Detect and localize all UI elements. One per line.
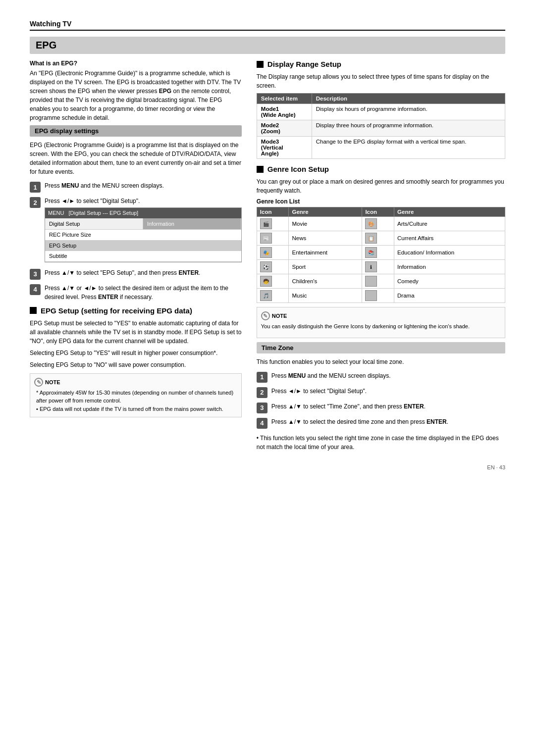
tz-step-4-content: Press ▲/▼ to select the desired time zon… <box>271 417 505 426</box>
menu-bar: MENU [Digital Setup --- EPG Setup] <box>45 208 241 218</box>
display-range-table: Selected item Description Mode1(Wide Ang… <box>257 93 505 159</box>
arts-icon: 🎨 <box>365 218 377 229</box>
genre-icon-list-heading: Genre Icon List <box>257 198 505 205</box>
genre-label-drama: Drama <box>394 289 505 303</box>
what-is-epg-body: An "EPG (Electronic Programme Guide)" is… <box>30 69 242 122</box>
step-4-number: 4 <box>30 284 41 295</box>
current-affairs-icon: 📋 <box>365 233 377 244</box>
genre-note-icon: ✎ <box>261 311 270 320</box>
table-row-mode2: Mode2(Zoom) Display three hours of progr… <box>257 120 505 137</box>
table-row-mode3: Mode3(VerticalAngle) Change to the EPG d… <box>257 137 505 159</box>
tz-step-1-number: 1 <box>257 372 268 383</box>
genre-icon-music: 🎵 <box>257 289 289 303</box>
genre-th-genre2: Genre <box>394 207 505 217</box>
genre-icon-comedy <box>362 274 394 289</box>
info-icon: ℹ <box>365 261 377 272</box>
genre-label-children: Children's <box>289 274 362 289</box>
epg-display-settings-body: EPG (Electronic Programme Guide) is a pr… <box>30 141 242 176</box>
display-range-body: The Display range setup allows you to se… <box>257 72 505 90</box>
epg-steps: 1 Press MENU and the MENU screen display… <box>30 181 242 302</box>
table-header-description: Description <box>312 94 505 104</box>
menu-screenshot: MENU [Digital Setup --- EPG Setup] Digit… <box>45 207 242 262</box>
table-cell-mode2-desc: Display three hours of programme informa… <box>312 120 505 137</box>
epg-setup-body1: EPG Setup must be selected to "YES" to e… <box>30 319 242 346</box>
genre-icon-movie: 🎬 <box>257 217 289 231</box>
drama-icon <box>365 290 377 301</box>
genre-icon-square-icon <box>257 166 264 173</box>
genre-note-label: NOTE <box>272 313 287 319</box>
note-icon: ✎ <box>34 378 43 387</box>
menu-item-rec: REC Picture Size <box>45 230 241 241</box>
genre-row-4: ⚽ Sport ℹ Information <box>257 260 505 274</box>
genre-label-current: Current Affairs <box>394 231 505 246</box>
epg-title-bar: EPG <box>30 37 505 54</box>
tz-step-2-content: Press ◄/► to select "Digital Setup". <box>271 387 505 396</box>
genre-icon-education: 📚 <box>362 246 394 260</box>
genre-icon-news: 📰 <box>257 231 289 246</box>
display-range-heading: Display Range Setup <box>257 60 505 68</box>
news-icon: 📰 <box>260 233 272 244</box>
genre-label-comedy: Comedy <box>394 274 505 289</box>
epg-setup-square-icon <box>30 307 37 314</box>
genre-icon-info: ℹ <box>362 260 394 274</box>
menu-item-subtitle: Subtitle <box>45 251 241 262</box>
table-cell-mode1-desc: Display six hours of programme informati… <box>312 104 505 120</box>
tz-step-2: 2 Press ◄/► to select "Digital Setup". <box>257 387 505 398</box>
genre-label-sport: Sport <box>289 260 362 274</box>
step-2: 2 Press ◄/► to select "Digital Setup". M… <box>30 197 242 264</box>
time-zone-bar: Time Zone <box>257 342 505 353</box>
step-4: 4 Press ▲/▼ or ◄/► to select the desired… <box>30 284 242 302</box>
note-label: NOTE <box>45 379 60 385</box>
note-list: * Approximately 45W for 15-30 minutes (d… <box>34 389 237 413</box>
step-3-content: Press ▲/▼ to select "EPG Setup", and the… <box>45 268 242 277</box>
genre-icon-entertainment: 🎭 <box>257 246 289 260</box>
genre-row-2: 📰 News 📋 Current Affairs <box>257 231 505 246</box>
step-1-content: Press MENU and the MENU screen displays. <box>45 181 242 190</box>
genre-icon-children: 🧒 <box>257 274 289 289</box>
genre-th-genre1: Genre <box>289 207 362 217</box>
genre-th-icon1: Icon <box>257 207 289 217</box>
sport-icon: ⚽ <box>260 261 272 272</box>
genre-icon-body: You can grey out or place a mark on desi… <box>257 177 505 195</box>
page-number: EN · 43 <box>30 464 505 470</box>
note-title: ✎ NOTE <box>34 378 237 387</box>
display-range-heading-text: Display Range Setup <box>268 60 341 68</box>
genre-label-arts: Arts/Culture <box>394 217 505 231</box>
tz-step-3: 3 Press ▲/▼ to select "Time Zone", and t… <box>257 402 505 413</box>
left-column: What is an EPG? An "EPG (Electronic Prog… <box>30 60 242 454</box>
epg-setup-heading: EPG Setup (setting for receiving EPG dat… <box>30 306 242 315</box>
menu-item-epg: EPG Setup <box>45 241 241 252</box>
genre-icon-table: Icon Genre Icon Genre 🎬 Movie 🎨 Arts/Cul… <box>257 207 505 303</box>
tz-step-1: 1 Press MENU and the MENU screen display… <box>257 371 505 383</box>
entertainment-icon: 🎭 <box>260 247 272 258</box>
genre-icon-current: 📋 <box>362 231 394 246</box>
menu-row-1: Digital Setup Information <box>45 218 241 230</box>
epg-setup-body3: Selecting EPG Setup to "NO" will save po… <box>30 360 242 369</box>
music-icon: 🎵 <box>260 290 272 301</box>
step-2-content: Press ◄/► to select "Digital Setup". MEN… <box>45 197 242 264</box>
step-1: 1 Press MENU and the MENU screen display… <box>30 181 242 193</box>
genre-row-3: 🎭 Entertainment 📚 Education/ Information <box>257 246 505 260</box>
step-4-content: Press ▲/▼ or ◄/► to select the desired i… <box>45 284 242 302</box>
genre-note-text: You can easily distinguish the Genre Ico… <box>261 322 501 331</box>
main-content: What is an EPG? An "EPG (Electronic Prog… <box>30 60 505 454</box>
genre-icon-arts: 🎨 <box>362 217 394 231</box>
genre-label-music: Music <box>289 289 362 303</box>
table-cell-mode3: Mode3(VerticalAngle) <box>257 137 312 159</box>
step-3-number: 3 <box>30 269 41 280</box>
table-cell-mode1: Mode1(Wide Angle) <box>257 104 312 120</box>
display-range-square-icon <box>257 61 264 68</box>
menu-cell-digital-setup: Digital Setup <box>45 218 143 230</box>
genre-icon-sport: ⚽ <box>257 260 289 274</box>
tz-step-4-number: 4 <box>257 418 268 429</box>
table-cell-mode2: Mode2(Zoom) <box>257 120 312 137</box>
children-icon: 🧒 <box>260 276 272 287</box>
table-cell-mode3-desc: Change to the EPG display format with a … <box>312 137 505 159</box>
time-zone-steps: 1 Press MENU and the MENU screen display… <box>257 371 505 429</box>
genre-icon-drama <box>362 289 394 303</box>
genre-label-info: Information <box>394 260 505 274</box>
movie-icon: 🎬 <box>260 218 272 229</box>
tz-step-1-content: Press MENU and the MENU screen displays. <box>271 371 505 380</box>
step-3: 3 Press ▲/▼ to select "EPG Setup", and t… <box>30 268 242 280</box>
genre-label-news: News <box>289 231 362 246</box>
